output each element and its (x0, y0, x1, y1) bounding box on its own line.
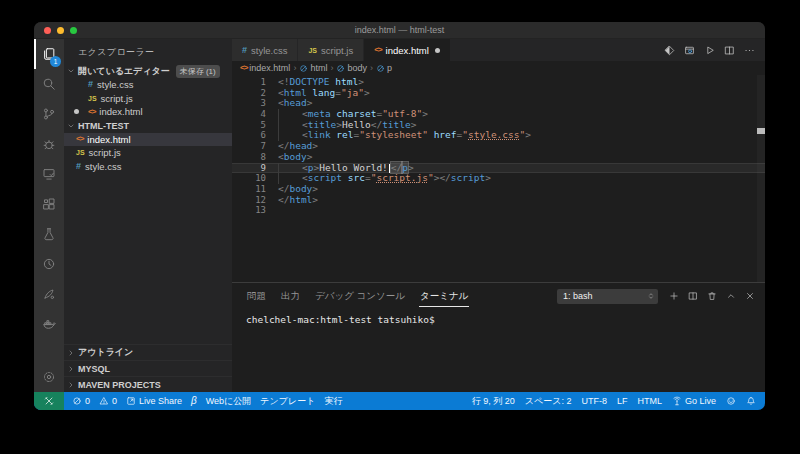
status-go-live[interactable]: Go Live (672, 396, 716, 406)
file-index.html[interactable]: <>index.html (64, 133, 232, 147)
tab-label: script.js (321, 45, 353, 56)
status-run-task[interactable]: 実行 (324, 395, 342, 408)
activity-debug[interactable] (34, 129, 64, 159)
line-number: 12 (232, 195, 278, 206)
split-editor-icon[interactable] (724, 45, 735, 56)
code-token (278, 109, 302, 120)
split-terminal-icon[interactable] (688, 291, 698, 301)
css-icon: # (242, 46, 247, 55)
unsaved-badge: 未保存 (1) (176, 65, 220, 78)
code-editor[interactable]: 1<!DOCTYPE html>2<html lang="ja">3<head>… (232, 75, 765, 282)
maximize-panel-icon[interactable] (726, 291, 736, 301)
gear-icon (42, 370, 56, 384)
remote-indicator[interactable] (34, 392, 64, 410)
status-template[interactable]: テンプレート (260, 395, 315, 408)
panel-tab-問題[interactable]: 問題 (246, 285, 267, 307)
section-アウトライン[interactable]: アウトライン (64, 344, 232, 360)
activity-source-control[interactable] (34, 99, 64, 129)
activity-remote-explorer[interactable] (34, 159, 64, 189)
extensions-icon (42, 197, 56, 211)
code-token: link (308, 129, 331, 140)
sidebar-title: エクスプローラー (64, 39, 232, 64)
file-style.css[interactable]: #style.css (64, 160, 232, 174)
chev-right-icon (67, 365, 75, 373)
code-token: Hello World! (319, 162, 388, 173)
breadcrumb-index.html[interactable]: <>index.html (240, 63, 290, 73)
status-live-share[interactable]: Live Share (126, 396, 182, 406)
panel-tab-デバッグ コンソール[interactable]: デバッグ コンソール (314, 285, 406, 307)
tab-style.css[interactable]: #style.css (232, 39, 298, 61)
status-notifications[interactable] (746, 396, 756, 406)
activity-time-tracker[interactable] (34, 249, 64, 279)
status-label: HTML (637, 396, 662, 406)
code-line-12[interactable]: 12</html> (232, 195, 765, 206)
section-label: MAVEN PROJECTS (78, 380, 161, 390)
status-feedback[interactable] (726, 396, 736, 406)
tab-index.html[interactable]: <>index.html (364, 39, 451, 61)
status-language-mode[interactable]: HTML (637, 396, 662, 406)
kill-terminal-icon[interactable] (707, 291, 717, 301)
main-area: 1 エクスプローラー 開いているエディター 未保存 (1) #style.css… (34, 39, 765, 392)
new-terminal-icon[interactable] (669, 291, 679, 301)
breadcrumb-separator: › (330, 63, 333, 73)
status-indentation[interactable]: スペース: 2 (525, 395, 572, 408)
open-editors-label: 開いているエディター (78, 65, 170, 78)
panel-tab-出力[interactable]: 出力 (280, 285, 301, 307)
breadcrumb-html[interactable]: html (299, 63, 327, 73)
zoom-button[interactable] (70, 27, 77, 34)
close-panel-icon[interactable] (745, 291, 755, 301)
status-encoding[interactable]: UTF-8 (581, 396, 607, 406)
html-icon: <> (76, 135, 83, 143)
file-script.js[interactable]: JSscript.js (64, 146, 232, 160)
status-cursor-position[interactable]: 行 9, 列 20 (472, 395, 515, 408)
titlebar[interactable]: index.html — html-test (34, 22, 765, 39)
code-token: > (307, 151, 313, 162)
panel-tab-ターミナル[interactable]: ターミナル (419, 285, 469, 307)
activity-extensions[interactable] (34, 189, 64, 219)
code-token: charset (336, 108, 376, 119)
open-editors-header[interactable]: 開いているエディター 未保存 (1) (64, 64, 232, 78)
open-preview-icon[interactable] (664, 45, 675, 56)
code-token (278, 120, 302, 131)
status-problems-errors[interactable]: 0 (72, 396, 90, 406)
activity-explorer[interactable]: 1 (34, 39, 64, 69)
open-editor-style.css[interactable]: #style.css (64, 78, 232, 92)
status-publish-to-web[interactable]: Webに公開 (206, 395, 252, 408)
activity-search[interactable] (34, 69, 64, 99)
activity-badge: 1 (50, 56, 61, 67)
line-number: 3 (232, 98, 278, 109)
code-token: style.css (468, 129, 519, 140)
status-beta-extension[interactable]: β (191, 396, 197, 406)
breadcrumb-separator: › (293, 63, 296, 73)
code-token: > (485, 172, 491, 183)
html-icon: <> (88, 108, 95, 116)
broadcast-icon (672, 396, 682, 406)
more-actions-icon[interactable] (744, 45, 755, 56)
sidebar-bottom-sections: アウトラインMYSQLMAVEN PROJECTS (64, 344, 232, 392)
open-in-browser-icon[interactable] (684, 45, 695, 56)
activity-live-feed[interactable] (34, 279, 64, 309)
terminal-output[interactable]: chelchel-mac:html-test tatsuhiko$ (232, 309, 765, 325)
code-line-13[interactable]: 13 (232, 205, 765, 216)
shell-selector[interactable]: 1: bash (557, 289, 658, 304)
open-editor-script.js[interactable]: JSscript.js (64, 92, 232, 106)
activity-settings[interactable] (34, 362, 64, 392)
folder-header[interactable]: HTML-TEST (64, 119, 232, 133)
editor-scrollbar[interactable] (757, 75, 765, 282)
tab-script.js[interactable]: JSscript.js (298, 39, 364, 61)
open-editor-index.html[interactable]: <>index.html (64, 105, 232, 119)
breadcrumb-p[interactable]: p (376, 63, 392, 73)
breadcrumb-body[interactable]: body (336, 63, 367, 73)
section-maven-projects[interactable]: MAVEN PROJECTS (64, 376, 232, 392)
status-eol[interactable]: LF (617, 396, 628, 406)
activity-test-explorer[interactable] (34, 219, 64, 249)
close-button[interactable] (44, 27, 51, 34)
run-code-icon[interactable] (704, 45, 715, 56)
editor-group: #style.cssJSscript.js<>index.html <>inde… (232, 39, 765, 392)
status-problems-warnings[interactable]: 0 (99, 396, 117, 406)
section-mysql[interactable]: MYSQL (64, 360, 232, 376)
minimize-button[interactable] (57, 27, 64, 34)
activity-docker[interactable] (34, 309, 64, 339)
dirty-slot (72, 109, 88, 114)
line-number: 4 (232, 109, 278, 120)
